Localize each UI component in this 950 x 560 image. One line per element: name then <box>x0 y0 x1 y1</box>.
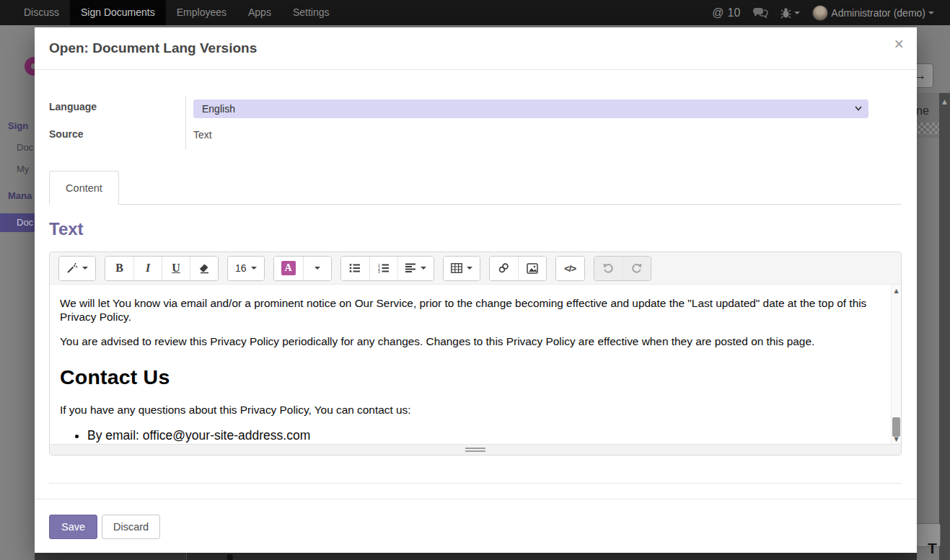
bold-button[interactable]: B <box>105 257 133 280</box>
sidebar-section-sign[interactable]: Sign <box>8 120 28 131</box>
underline-glyph: U <box>172 262 180 275</box>
discard-button[interactable]: Discard <box>102 515 160 539</box>
align-left-icon <box>405 263 416 273</box>
rich-text-editor: B I U 16 A <box>49 252 902 455</box>
language-selected-value: English <box>202 103 235 115</box>
nav-item-employees[interactable]: Employees <box>166 0 237 25</box>
partial-tab-text: ne <box>916 105 929 117</box>
background-bottom-strip <box>35 553 917 560</box>
text-color-button[interactable]: A <box>274 257 303 280</box>
tab-content[interactable]: Content <box>49 171 119 205</box>
editor-scrollbar[interactable]: ▲ ▼ <box>891 285 901 445</box>
field-separator <box>185 96 186 149</box>
editor-content-area[interactable]: We will let You know via email and/or a … <box>50 285 901 445</box>
italic-button[interactable]: I <box>133 257 162 280</box>
bold-glyph: B <box>115 262 123 275</box>
undo-icon <box>602 262 615 274</box>
magic-wand-icon <box>66 262 78 274</box>
table-button[interactable] <box>444 257 480 280</box>
scroll-up-icon[interactable]: ▲ <box>892 288 901 294</box>
page-scrollbar[interactable]: ▲ <box>939 93 950 560</box>
nav-item-discuss[interactable]: Discuss <box>13 0 70 25</box>
policy-paragraph: If you have any questions about this Pri… <box>60 403 872 417</box>
text-section-title: Text <box>49 219 84 239</box>
chevron-down-icon <box>794 12 800 14</box>
italic-glyph: I <box>146 262 150 275</box>
policy-paragraph: We will let You know via email and/or a … <box>60 296 872 324</box>
chat-bubbles-icon <box>752 7 768 19</box>
text-color-swatch: A <box>281 261 296 275</box>
editor-resize-handle[interactable] <box>50 444 901 455</box>
chevron-down-icon <box>251 267 257 270</box>
debug-menu-button[interactable] <box>780 7 800 19</box>
avatar <box>812 5 828 21</box>
scroll-up-icon: ▲ <box>942 98 947 105</box>
company-logo <box>25 57 35 76</box>
tab-strip-border <box>49 204 902 205</box>
activities-count: 10 <box>728 6 741 19</box>
nav-item-apps[interactable]: Apps <box>237 0 282 25</box>
at-icon: @ <box>712 6 724 19</box>
sidebar-item-documents-active[interactable]: Doc <box>0 213 35 232</box>
numbered-list-icon: 1 2 3 <box>378 263 390 273</box>
messages-button[interactable] <box>752 7 768 19</box>
link-icon <box>498 262 509 274</box>
code-icon: </> <box>564 263 576 274</box>
sidebar-item-my[interactable]: My <box>17 164 29 174</box>
undo-button[interactable] <box>594 257 623 280</box>
chevron-down-icon <box>315 267 320 270</box>
partial-text: T <box>928 540 937 557</box>
remove-format-button[interactable] <box>190 257 218 280</box>
contact-us-heading: Contact Us <box>60 365 872 390</box>
unordered-list-button[interactable] <box>341 257 369 280</box>
table-icon <box>451 263 462 273</box>
svg-text:3: 3 <box>378 270 380 273</box>
code-view-button[interactable]: </> <box>556 257 584 280</box>
app-sidebar: Sign Doc My Mana Doc <box>0 25 35 560</box>
bug-icon <box>780 7 791 19</box>
nav-item-sign-documents[interactable]: Sign Documents <box>70 0 166 25</box>
activities-counter[interactable]: @ 10 <box>712 6 740 19</box>
text-color-dropdown[interactable] <box>303 257 331 280</box>
chevron-down-icon <box>855 106 862 111</box>
link-button[interactable] <box>490 257 518 280</box>
scrollbar-thumb[interactable] <box>892 417 900 437</box>
language-select[interactable]: English <box>193 99 868 118</box>
source-value: Text <box>193 129 212 141</box>
editor-toolbar: B I U 16 A <box>50 252 901 285</box>
chevron-down-icon <box>82 267 88 270</box>
nav-item-settings[interactable]: Settings <box>282 0 340 25</box>
font-size-button[interactable]: 16 <box>228 257 264 280</box>
image-icon <box>527 263 538 274</box>
footer-separator <box>35 499 917 499</box>
ordered-list-button[interactable]: 1 2 3 <box>369 257 397 280</box>
resize-grip-icon <box>465 448 485 449</box>
eraser-icon <box>198 262 211 274</box>
language-label: Language <box>49 101 97 112</box>
background-dot <box>226 554 233 560</box>
sheet-bottom-border <box>49 483 902 484</box>
sidebar-item-documents[interactable]: Doc <box>17 142 33 153</box>
chevron-down-icon <box>421 267 426 270</box>
close-icon[interactable]: × <box>894 36 904 53</box>
user-name: Administrator (demo) <box>831 7 925 19</box>
align-button[interactable] <box>397 257 434 280</box>
dialog-header: Open: Document Lang Versions × <box>35 27 917 70</box>
user-menu[interactable]: Administrator (demo) <box>812 5 934 21</box>
sidebar-section-manage[interactable]: Mana <box>8 190 32 201</box>
nav-menu: Discuss Sign Documents Employees Apps Se… <box>0 0 340 25</box>
underline-button[interactable]: U <box>162 257 190 280</box>
policy-paragraph: You are advised to review this Privacy P… <box>60 334 872 348</box>
background-bottom-panel <box>35 553 187 560</box>
redo-icon <box>630 262 643 274</box>
source-label: Source <box>49 128 83 140</box>
chevron-down-icon <box>467 267 472 270</box>
image-button[interactable] <box>518 257 546 280</box>
redo-button[interactable] <box>623 257 651 280</box>
scroll-down-icon[interactable]: ▼ <box>892 436 901 443</box>
chevron-down-icon <box>928 12 934 14</box>
style-dropdown-button[interactable] <box>59 257 95 280</box>
document-lang-version-dialog: Open: Document Lang Versions × Language … <box>35 27 917 553</box>
contact-list: By email: office@your-site-address.com <box>60 427 872 444</box>
save-button[interactable]: Save <box>49 515 97 539</box>
